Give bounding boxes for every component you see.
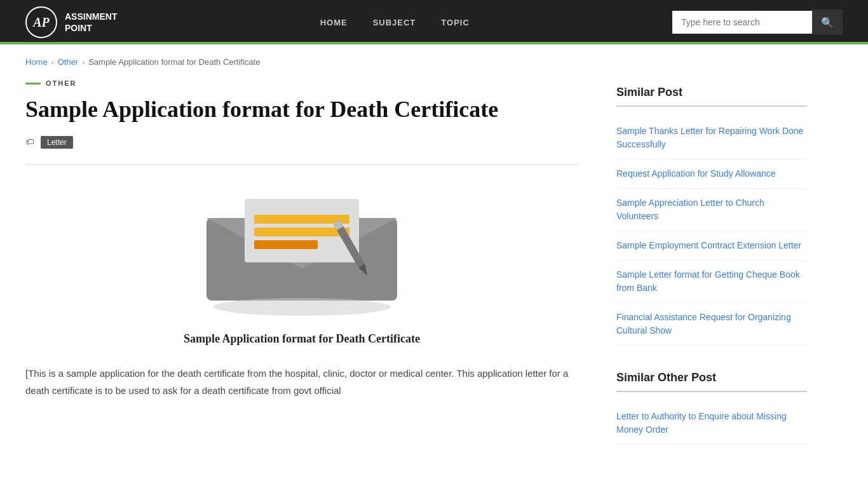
logo-line1: ASSINMENT: [65, 11, 117, 22]
nav-subject[interactable]: SUBJECT: [373, 18, 416, 27]
site-header: AP ASSINMENT POINT HOME SUBJECT TOPIC 🔍: [0, 0, 868, 44]
sidebar-link-5[interactable]: Sample Letter format for Getting Cheque …: [616, 261, 807, 303]
nav-home[interactable]: HOME: [320, 18, 348, 27]
article-title: Sample Application format for Death Cert…: [25, 96, 578, 123]
search-area: 🔍: [672, 10, 843, 35]
divider: [25, 164, 578, 165]
search-button[interactable]: 🔍: [812, 10, 843, 35]
article-featured-image: [168, 180, 435, 326]
breadcrumb-current: Sample Application format for Death Cert…: [88, 57, 260, 67]
image-caption: Sample Application format for Death Cert…: [25, 332, 578, 346]
svg-rect-6: [254, 240, 318, 249]
search-icon: 🔍: [821, 17, 834, 28]
sidebar-link-2[interactable]: Request Application for Study Allowance: [616, 159, 807, 189]
svg-rect-5: [254, 227, 349, 236]
article-body: [This is a sample application for the de…: [25, 365, 578, 399]
sidebar-link-1[interactable]: Sample Thanks Letter for Repairing Work …: [616, 117, 807, 159]
sidebar-similar-other-section: Similar Other Post Letter to Authority t…: [616, 371, 807, 445]
breadcrumb-sep-2: ›: [82, 58, 85, 67]
tag-icon: 🏷: [25, 137, 34, 147]
sidebar-link-3[interactable]: Sample Appreciation Letter to Church Vol…: [616, 189, 807, 231]
search-input[interactable]: [672, 11, 812, 34]
sidebar-other-link-1[interactable]: Letter to Authority to Enquire about Mis…: [616, 402, 807, 445]
logo-initials: AP: [33, 15, 50, 30]
sidebar-similar-post-title: Similar Post: [616, 86, 807, 107]
sidebar-link-6[interactable]: Financial Assistance Request for Organiz…: [616, 303, 807, 346]
svg-point-2: [213, 298, 391, 316]
sidebar-link-4[interactable]: Sample Employment Contract Extension Let…: [616, 231, 807, 261]
category-text: OTHER: [46, 79, 77, 87]
sidebar: Similar Post Sample Thanks Letter for Re…: [616, 79, 807, 470]
logo-icon: AP: [25, 6, 57, 38]
article-body-text: [This is a sample application for the de…: [25, 365, 578, 399]
breadcrumb-home[interactable]: Home: [25, 57, 48, 67]
breadcrumb-other[interactable]: Other: [58, 57, 79, 67]
category-label: OTHER: [25, 79, 578, 87]
logo-line2: POINT: [65, 22, 117, 34]
article: OTHER Sample Application format for Deat…: [25, 79, 578, 470]
sidebar-similar-post-section: Similar Post Sample Thanks Letter for Re…: [616, 86, 807, 346]
breadcrumb-sep-1: ›: [51, 58, 54, 67]
sidebar-similar-other-title: Similar Other Post: [616, 371, 807, 392]
main-layout: OTHER Sample Application format for Deat…: [0, 79, 868, 488]
category-dash: [25, 83, 41, 85]
main-nav: HOME SUBJECT TOPIC: [320, 18, 470, 27]
nav-topic[interactable]: TOPIC: [441, 18, 470, 27]
tag-area: 🏷 Letter: [25, 136, 578, 149]
svg-rect-4: [254, 215, 349, 224]
breadcrumb: Home › Other › Sample Application format…: [0, 44, 868, 79]
logo-area: AP ASSINMENT POINT: [25, 6, 117, 38]
logo-text: ASSINMENT POINT: [65, 11, 117, 34]
tag-badge: Letter: [41, 136, 73, 149]
